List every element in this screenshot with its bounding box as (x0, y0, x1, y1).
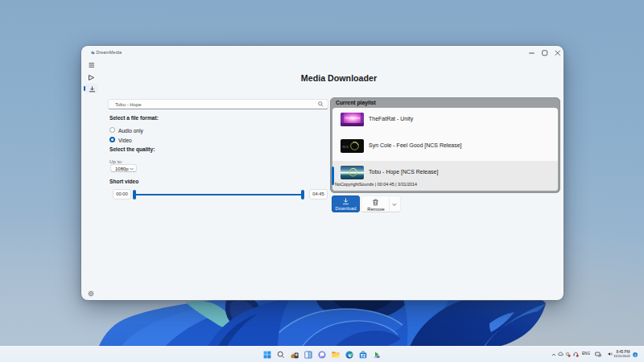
svg-text:TheFatRat: TheFatRat (345, 116, 361, 120)
svg-text:NCS: NCS (343, 146, 349, 149)
svg-text:4: 4 (634, 354, 636, 357)
